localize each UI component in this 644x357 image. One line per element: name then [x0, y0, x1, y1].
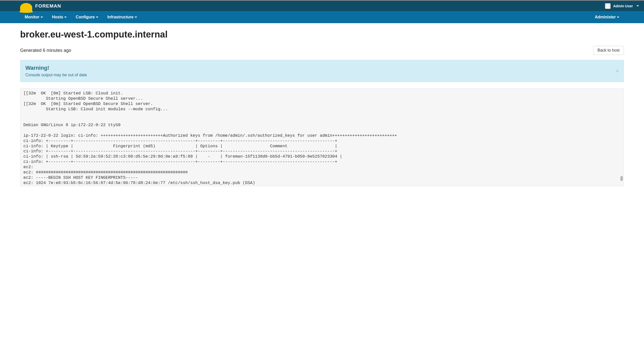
caret-down-icon [64, 17, 67, 18]
topbar-left: FOREMAN [20, 3, 61, 9]
nav-monitor[interactable]: Monitor [20, 11, 48, 23]
alert-title: Warning! [25, 65, 619, 71]
page-title: broker.eu-west-1.compute.internal [20, 29, 624, 40]
logo-icon [20, 3, 32, 12]
nav-hosts[interactable]: Hosts [48, 11, 71, 23]
content: broker.eu-west-1.compute.internal Genera… [0, 23, 644, 192]
topbar: FOREMAN Admin User [0, 0, 644, 11]
avatar-icon [605, 3, 611, 9]
nav-label: Hosts [52, 15, 63, 19]
user-menu[interactable]: Admin User [605, 3, 639, 9]
scrollbar-thumb[interactable] [620, 176, 623, 181]
close-icon[interactable]: × [616, 67, 619, 75]
nav-label: Infrastructure [107, 15, 134, 19]
caret-down-icon [135, 17, 137, 18]
user-name: Admin User [613, 4, 633, 8]
caret-down-icon [617, 17, 619, 18]
generated-timestamp: Generated 6 minutes ago [20, 48, 71, 53]
brand-name: FOREMAN [35, 3, 61, 9]
nav-label: Administer [595, 15, 616, 19]
nav-configure[interactable]: Configure [71, 11, 103, 23]
alert-body: Console output may be out of date [25, 73, 619, 77]
navbar: Monitor Hosts Configure Infrastructure A… [0, 11, 644, 23]
warning-alert: Warning! Console output may be out of da… [20, 60, 624, 82]
console-text: [[32m OK [0m] Started LSB: Cloud init. S… [20, 88, 624, 186]
nav-label: Configure [76, 15, 95, 19]
console-output[interactable]: [[32m OK [0m] Started LSB: Cloud init. S… [20, 88, 624, 186]
caret-down-icon [636, 5, 639, 7]
caret-down-icon [96, 17, 98, 18]
nav-infrastructure[interactable]: Infrastructure [103, 11, 142, 23]
back-to-host-button[interactable]: Back to host [593, 46, 624, 55]
nav-administer[interactable]: Administer [590, 11, 624, 23]
nav-label: Monitor [25, 15, 39, 19]
caret-down-icon [41, 17, 43, 18]
subheader: Generated 6 minutes ago Back to host [20, 46, 624, 55]
